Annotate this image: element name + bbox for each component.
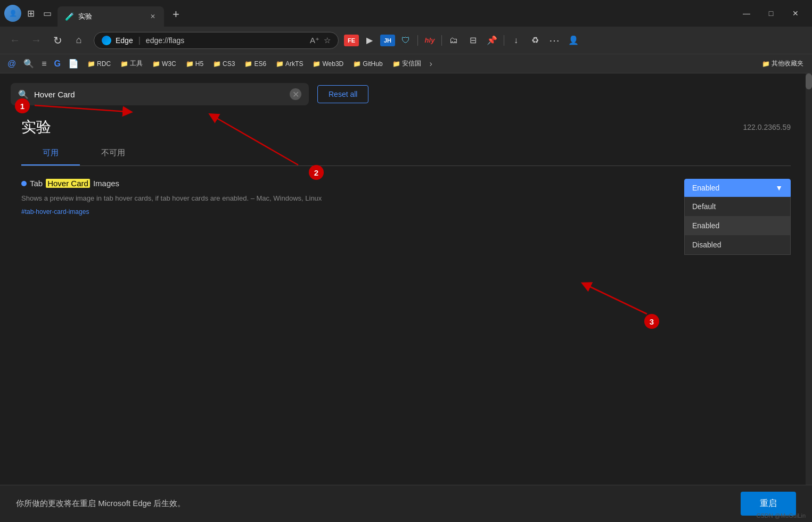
toolbar-collections[interactable]: 🗂 (445, 32, 462, 49)
search-area: 🔍 ✕ Reset all (0, 73, 812, 113)
flag-title: Tab Hover Card Images (21, 179, 674, 188)
bookmark-es6[interactable]: 📁 ES6 (240, 59, 270, 69)
tab-sidebar-icon[interactable]: ▭ (40, 5, 54, 22)
search-input[interactable] (34, 90, 284, 99)
toolbar-fb[interactable]: FE (344, 35, 359, 46)
bookmark-anxinguo[interactable]: 📁 安信国 (388, 57, 425, 70)
annotation-1: 1 (15, 98, 30, 113)
vertical-divider-1 (417, 35, 418, 46)
forward-button[interactable]: → (27, 31, 46, 50)
flags-tabs: 可用 不可用 (21, 142, 791, 166)
new-tab-button[interactable]: + (167, 5, 185, 23)
toolbar-split[interactable]: ⊟ (464, 32, 481, 49)
flag-dropdown-container: Enabled ▼ Default Enabled Disabled (684, 179, 791, 197)
toolbar-hly[interactable]: hly (421, 32, 438, 49)
minimize-button[interactable]: — (734, 5, 759, 22)
bookmark-tools-label: 工具 (130, 59, 143, 68)
annotation-number-1: 1 (15, 98, 30, 113)
toolbar-sync[interactable]: ♻ (527, 32, 544, 49)
bookmark-arkts-label: ArkTS (285, 60, 303, 68)
dropdown-selected-value: Enabled (692, 184, 719, 192)
bookmark-arkts[interactable]: 📁 ArkTS (272, 59, 307, 69)
bookmark-other-folder: 📁 (762, 60, 770, 68)
bookmark-rdc-label: RDC (97, 60, 111, 68)
scrollbar-thumb[interactable] (806, 73, 812, 89)
active-tab[interactable]: 🧪 实验 ✕ (58, 6, 164, 27)
reset-all-button[interactable]: Reset all (317, 85, 368, 103)
bookmark-github-label: GitHub (363, 60, 382, 68)
dropdown-option-default[interactable]: Default (685, 197, 790, 216)
avatar[interactable]: 👤 (4, 5, 21, 22)
maximize-button[interactable]: □ (759, 5, 783, 22)
toolbar-jh[interactable]: JH (380, 35, 395, 46)
bookmark-web3d[interactable]: 📁 Web3D (308, 59, 348, 69)
flag-dropdown-button[interactable]: Enabled ▼ (684, 179, 791, 197)
close-button[interactable]: ✕ (783, 5, 808, 22)
bookmark-es6-label: ES6 (254, 60, 266, 68)
bookmark-github[interactable]: 📁 GitHub (349, 59, 387, 69)
search-clear-button[interactable]: ✕ (290, 88, 301, 100)
tab-icon: 🧪 (65, 12, 74, 21)
favorites-icon[interactable]: ☆ (324, 36, 331, 45)
bookmark-h5-label: H5 (195, 60, 203, 68)
back-button[interactable]: ← (5, 31, 24, 50)
bookmark-w3c[interactable]: 📁 W3C (148, 59, 181, 69)
toolbar-shield[interactable]: 🛡 (397, 32, 414, 49)
dropdown-option-enabled[interactable]: Enabled (685, 216, 790, 235)
tab-close-button[interactable]: ✕ (149, 12, 157, 21)
bookmark-doc[interactable]: 📄 (65, 56, 82, 71)
tab-available[interactable]: 可用 (21, 142, 80, 165)
titlebar: 👤 ⊞ ▭ 🧪 实验 ✕ + — □ ✕ (0, 0, 812, 27)
flag-dot-icon (21, 181, 27, 186)
bookmark-h5[interactable]: 📁 H5 (182, 59, 208, 69)
version-text: 122.0.2365.59 (743, 123, 791, 131)
annotation-number-3: 3 (644, 314, 659, 329)
search-box: 🔍 ✕ (11, 83, 309, 105)
window-controls: — □ ✕ (734, 5, 808, 22)
bookmark-h5-folder: 📁 (186, 60, 194, 68)
flag-title-highlight: Hover Card (46, 179, 90, 188)
bookmark-other[interactable]: 📁 其他收藏夹 (758, 57, 808, 70)
flags-page: 🔍 ✕ Reset all 实验 122.0.2365.59 可用 不可用 (0, 73, 812, 485)
toolbar-download[interactable]: ↓ (507, 32, 524, 49)
scrollbar-track[interactable] (806, 73, 812, 485)
bookmark-github-folder: 📁 (353, 60, 361, 68)
bookmark-tools-folder: 📁 (120, 60, 128, 68)
flag-description: Shows a preview image in tab hover cards… (21, 193, 405, 204)
flag-link[interactable]: #tab-hover-card-images (21, 208, 674, 216)
annotation-3: 3 (644, 314, 659, 329)
page-title: 实验 (21, 117, 51, 137)
tab-collections-icon[interactable]: ⊞ (24, 5, 37, 22)
bookmark-search[interactable]: 🔍 (20, 56, 37, 71)
refresh-button[interactable]: ↻ (48, 31, 67, 50)
toolbar-pin[interactable]: 📌 (483, 32, 501, 49)
bookmarks-more-button[interactable]: › (426, 57, 436, 71)
toolbar-play[interactable]: ▶ (361, 32, 378, 49)
vertical-divider-2 (441, 35, 442, 46)
bookmark-rdc-folder: 📁 (87, 60, 95, 68)
bookmark-arkts-folder: 📁 (276, 60, 284, 68)
bookmark-other-label: 其他收藏夹 (772, 59, 803, 68)
toolbar-profile[interactable]: 👤 (565, 32, 582, 49)
bottom-bar: 你所做的更改将在重启 Microsoft Edge 后生效。 重启 (0, 485, 812, 522)
bookmark-tools[interactable]: 📁 工具 (116, 57, 147, 70)
dropdown-option-disabled[interactable]: Disabled (685, 235, 790, 254)
read-aloud-icon[interactable]: A⁺ (310, 36, 319, 45)
home-button[interactable]: ⌂ (69, 31, 88, 50)
toolbar-more[interactable]: ⋯ (546, 32, 563, 49)
annotation-2: 2 (309, 165, 324, 180)
bookmark-anxinguo-label: 安信国 (402, 59, 421, 68)
bookmark-g[interactable]: G (51, 57, 64, 71)
flag-title-prefix: Tab (30, 179, 43, 188)
address-bar[interactable]: Edge | edge://flags A⁺ ☆ (94, 32, 339, 49)
bookmark-stack[interactable]: ≡ (38, 57, 50, 71)
bookmark-rdc[interactable]: 📁 RDC (83, 59, 115, 69)
flags-header: 实验 122.0.2365.59 (0, 113, 812, 142)
tab-unavailable[interactable]: 不可用 (80, 142, 146, 165)
bookmark-cs3-label: CS3 (223, 60, 235, 68)
bookmark-cs3[interactable]: 📁 CS3 (209, 59, 239, 69)
bookmark-at[interactable]: @ (4, 57, 19, 71)
flag-content: Tab Hover Card Images Shows a preview im… (21, 179, 674, 216)
bookmark-cs3-folder: 📁 (213, 60, 221, 68)
address-edge-label: Edge (116, 36, 133, 45)
